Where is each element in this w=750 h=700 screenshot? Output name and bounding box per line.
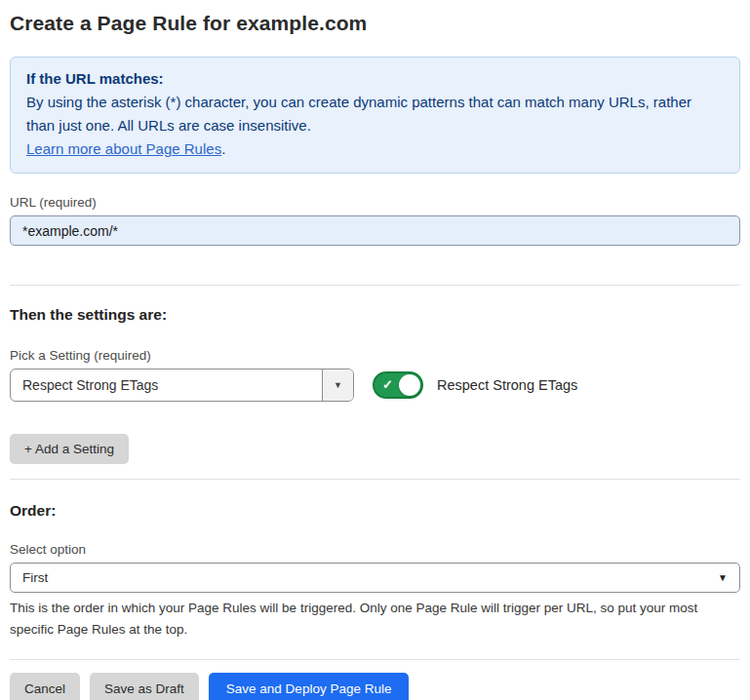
divider xyxy=(10,285,740,286)
save-deploy-button[interactable]: Save and Deploy Page Rule xyxy=(209,673,410,700)
setting-select-value: Respect Strong ETags xyxy=(11,369,322,401)
setting-select[interactable]: Respect Strong ETags ▼ xyxy=(10,369,354,402)
settings-section-heading: Then the settings are: xyxy=(10,306,740,324)
toggle-knob[interactable] xyxy=(399,374,420,396)
order-select-value: First xyxy=(22,570,718,585)
order-help-text: This is the order in which your Page Rul… xyxy=(10,598,727,640)
footer-actions: Cancel Save as Draft Save and Deploy Pag… xyxy=(10,673,740,700)
setting-row: Respect Strong ETags ▼ ✓ Respect Strong … xyxy=(10,369,740,402)
add-setting-button[interactable]: + Add a Setting xyxy=(10,434,129,464)
url-input[interactable] xyxy=(10,215,740,246)
order-select[interactable]: First ▼ xyxy=(10,563,740,593)
divider xyxy=(10,479,740,480)
pick-setting-label: Pick a Setting (required) xyxy=(10,348,740,363)
caret-down-icon: ▼ xyxy=(718,572,728,583)
info-box-body: By using the asterisk (*) character, you… xyxy=(26,91,724,137)
learn-more-link[interactable]: Learn more about Page Rules xyxy=(26,140,221,157)
info-box-link-line: Learn more about Page Rules. xyxy=(26,137,724,161)
setting-toggle-label: Respect Strong ETags xyxy=(437,377,577,393)
setting-toggle[interactable]: ✓ xyxy=(373,371,423,399)
check-icon: ✓ xyxy=(382,377,393,392)
order-select-label: Select option xyxy=(10,542,740,557)
info-box-heading: If the URL matches: xyxy=(26,67,724,91)
divider xyxy=(10,659,740,660)
link-suffix: . xyxy=(221,140,225,157)
url-match-info-box: If the URL matches: By using the asteris… xyxy=(10,57,740,174)
cancel-button[interactable]: Cancel xyxy=(10,673,80,700)
url-field-label: URL (required) xyxy=(10,195,740,210)
caret-down-icon[interactable]: ▼ xyxy=(322,369,353,401)
save-draft-button[interactable]: Save as Draft xyxy=(90,673,199,700)
order-section-heading: Order: xyxy=(10,502,740,520)
page-title: Create a Page Rule for example.com xyxy=(10,12,740,35)
create-page-rule-form: Create a Page Rule for example.com If th… xyxy=(0,0,750,700)
